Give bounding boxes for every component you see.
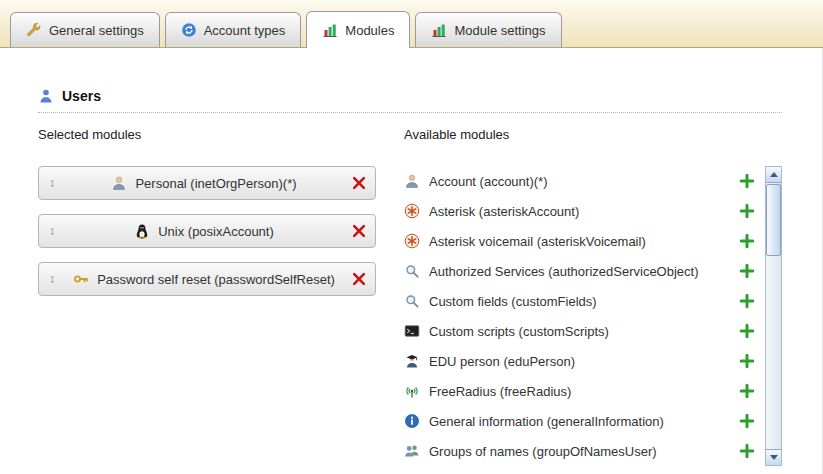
asterisk-icon	[404, 203, 420, 219]
tab-label: Account types	[204, 23, 286, 38]
add-module-button[interactable]	[739, 413, 755, 429]
module-label: Asterisk (asteriskAccount)	[429, 204, 730, 219]
available-modules-heading: Available modules	[404, 127, 782, 142]
user-icon	[38, 88, 54, 104]
module-label: Password self reset (passwordSelfReset)	[97, 272, 335, 287]
asterisk-icon	[404, 233, 420, 249]
available-module-row: Asterisk voicemail (asteriskVoicemail)	[404, 226, 763, 256]
remove-module-button[interactable]	[351, 175, 367, 191]
script-icon	[404, 323, 420, 339]
key-icon	[73, 271, 89, 287]
available-module-row: Authorized Services (authorizedServiceOb…	[404, 256, 763, 286]
sync-icon	[181, 22, 197, 38]
available-module-row: Groups of names (groupOfNamesUser)	[404, 436, 763, 466]
edu-person-icon	[404, 353, 420, 369]
tab-label: General settings	[49, 23, 144, 38]
info-icon	[404, 413, 420, 429]
content-area: Users Selected modules ↕ Personal (inetO…	[0, 88, 823, 466]
person-icon	[111, 175, 127, 191]
remove-module-button[interactable]	[351, 223, 367, 239]
module-label: Custom scripts (customScripts)	[429, 324, 730, 339]
radius-icon	[404, 383, 420, 399]
available-module-row: FreeRadius (freeRadius)	[404, 376, 763, 406]
module-label: Groups of names (groupOfNamesUser)	[429, 444, 730, 459]
available-modules-column: Available modules Account (account)(*)	[404, 127, 782, 466]
module-label: Custom fields (customFields)	[429, 294, 730, 309]
module-label: Account (account)(*)	[429, 174, 730, 189]
available-module-row: Account (account)(*)	[404, 166, 763, 196]
drag-handle-icon[interactable]: ↕	[47, 176, 57, 190]
selected-module-list: ↕ Personal (inetOrgPerson)(*) ↕	[38, 166, 404, 296]
section-header: Users	[38, 88, 782, 113]
module-settings-icon	[431, 22, 447, 38]
available-module-row: Asterisk (asteriskAccount)	[404, 196, 763, 226]
scroll-down-icon	[770, 455, 778, 460]
add-module-button[interactable]	[739, 383, 755, 399]
module-label: General information (generalInformation)	[429, 414, 730, 429]
scroll-up-icon	[770, 172, 778, 177]
tab[interactable]: Modules	[306, 11, 410, 48]
available-module-row: Custom fields (customFields)	[404, 286, 763, 316]
available-module-row: EDU person (eduPerson)	[404, 346, 763, 376]
tux-icon	[134, 223, 150, 239]
add-module-button[interactable]	[739, 173, 755, 189]
available-module-row: General information (generalInformation)	[404, 406, 763, 436]
group-icon	[404, 443, 420, 459]
module-columns: Selected modules ↕ Personal (inetOrgPers…	[38, 127, 823, 466]
tab-label: Modules	[345, 23, 394, 38]
lam-configuration-page: General settings Account types Modules M…	[0, 0, 823, 474]
selected-modules-heading: Selected modules	[38, 127, 404, 142]
section-title: Users	[62, 88, 101, 104]
module-label: Unix (posixAccount)	[158, 224, 274, 239]
magnifier-icon	[404, 293, 420, 309]
available-module-list: Account (account)(*) Asterisk (asteriskA…	[404, 166, 763, 466]
scrollbar[interactable]	[765, 166, 782, 466]
available-module-row: Custom scripts (customScripts)	[404, 316, 763, 346]
scroll-down-button[interactable]	[766, 449, 781, 465]
module-label: Authorized Services (authorizedServiceOb…	[429, 264, 730, 279]
module-label: EDU person (eduPerson)	[429, 354, 730, 369]
add-module-button[interactable]	[739, 353, 755, 369]
add-module-button[interactable]	[739, 323, 755, 339]
scrollbar-thumb[interactable]	[766, 184, 781, 256]
module-label: Personal (inetOrgPerson)(*)	[135, 176, 296, 191]
scroll-up-button[interactable]	[766, 167, 781, 183]
tab-label: Module settings	[454, 23, 545, 38]
tools-icon	[26, 22, 42, 38]
module-label: FreeRadius (freeRadius)	[429, 384, 730, 399]
tab[interactable]: Module settings	[415, 12, 561, 47]
tab[interactable]: General settings	[10, 12, 160, 47]
selected-module-row[interactable]: ↕ Unix (posixAccount)	[38, 214, 376, 248]
selected-module-row[interactable]: ↕ Personal (inetOrgPerson)(*)	[38, 166, 376, 200]
remove-module-button[interactable]	[351, 271, 367, 287]
module-label: Asterisk voicemail (asteriskVoicemail)	[429, 234, 730, 249]
modules-icon	[322, 22, 338, 38]
add-module-button[interactable]	[739, 263, 755, 279]
tab[interactable]: Account types	[165, 12, 302, 47]
add-module-button[interactable]	[739, 233, 755, 249]
drag-handle-icon[interactable]: ↕	[47, 272, 57, 286]
person-icon	[404, 173, 420, 189]
magnifier-icon	[404, 263, 420, 279]
add-module-button[interactable]	[739, 203, 755, 219]
add-module-button[interactable]	[739, 293, 755, 309]
tab-bar: General settings Account types Modules M…	[0, 0, 823, 48]
selected-modules-column: Selected modules ↕ Personal (inetOrgPers…	[38, 127, 404, 466]
add-module-button[interactable]	[739, 443, 755, 459]
drag-handle-icon[interactable]: ↕	[47, 224, 57, 238]
selected-module-row[interactable]: ↕ Password self reset (passwordSelfReset…	[38, 262, 376, 296]
